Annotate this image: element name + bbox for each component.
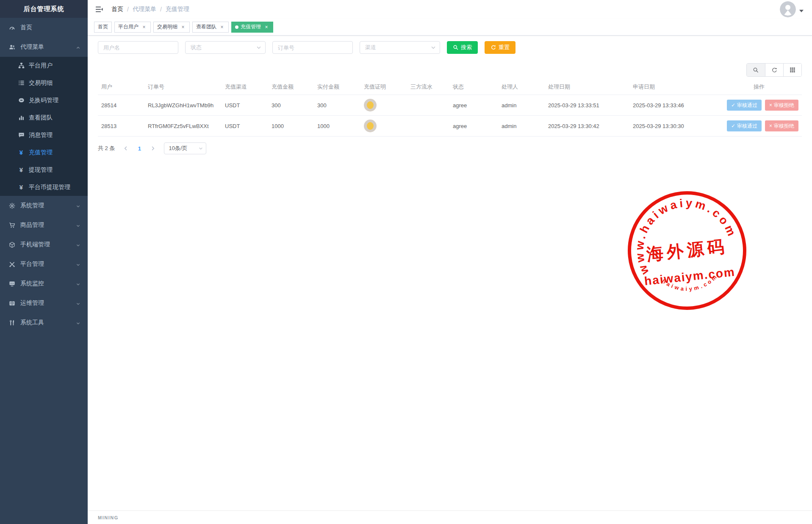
approve-button[interactable]: ✓审核通过 — [727, 100, 762, 111]
yen-icon: ¥ — [18, 149, 25, 156]
coin-image — [367, 122, 374, 130]
tab-view-team[interactable]: 查看团队× — [192, 22, 229, 33]
sidebar-item-platform-mgmt[interactable]: 平台管理 — [0, 254, 88, 274]
approve-button-label: 审核通过 — [737, 102, 757, 109]
table-cell: agree — [449, 116, 498, 137]
sidebar-item-label: 提现管理 — [29, 166, 81, 174]
filter-bar: 状态 渠道 搜索 重置 — [98, 41, 802, 54]
table-cell: RL3JgbWZGhH1wvTMb9h — [144, 95, 222, 116]
tab-recharge-mgmt[interactable]: 充值管理× — [231, 22, 273, 33]
tab-close-icon[interactable]: × — [141, 24, 147, 30]
reject-button[interactable]: ×审核拒绝 — [765, 120, 798, 131]
chevron-down-icon — [76, 301, 81, 306]
next-page-button[interactable] — [147, 142, 159, 154]
username-input[interactable] — [98, 41, 178, 54]
sidebar-item-redeem-code[interactable]: 兑换码管理 — [0, 92, 88, 109]
menu-fold-icon[interactable] — [95, 5, 104, 14]
navbar-right — [780, 1, 804, 17]
cube-icon — [8, 241, 15, 248]
breadcrumb-item[interactable]: 首页 — [111, 6, 123, 13]
search-button[interactable]: 搜索 — [447, 41, 478, 54]
table-cell: 2025-03-29 13:30:30 — [629, 116, 716, 137]
tab-home[interactable]: 首页 — [94, 22, 112, 33]
prev-page-button[interactable] — [120, 142, 132, 154]
tab-close-icon[interactable]: × — [219, 24, 225, 30]
order-number-input[interactable] — [272, 41, 353, 54]
table-cell-triflow — [407, 116, 449, 137]
reset-button[interactable]: 重置 — [485, 41, 515, 54]
reject-button[interactable]: ×审核拒绝 — [765, 100, 798, 111]
tab-close-icon[interactable]: × — [180, 24, 186, 30]
yen-icon: ¥ — [18, 184, 25, 191]
svg-text:海外源码: 海外源码 — [645, 237, 729, 264]
sidebar: 后台管理系统 首页代理菜单平台用户交易明细兑换码管理查看团队消息管理¥充值管理¥… — [0, 0, 88, 524]
sidebar-item-goods-mgmt[interactable]: 商品管理 — [0, 215, 88, 235]
sidebar-item-platform-users[interactable]: 平台用户 — [0, 57, 88, 74]
tab-transaction-detail[interactable]: 交易明细× — [153, 22, 190, 33]
avatar-caret-icon[interactable] — [799, 10, 804, 12]
avatar[interactable] — [780, 1, 796, 17]
edit-tools-icon — [8, 261, 15, 268]
gear-icon — [8, 202, 15, 209]
table-cell: 2025-03-29 13:33:46 — [629, 95, 716, 116]
tab-label: 充值管理 — [241, 23, 261, 31]
status-select[interactable]: 状态 — [185, 41, 266, 54]
sidebar-item-message-mgmt[interactable]: 消息管理 — [0, 126, 88, 144]
sidebar-item-label: 交易明细 — [29, 79, 81, 87]
table-cell: 1000 — [268, 116, 314, 137]
tab-close-icon[interactable]: × — [263, 24, 269, 30]
pagination-total: 共 2 条 — [98, 145, 115, 152]
table-search-toggle-button[interactable] — [747, 64, 765, 76]
search-icon — [753, 67, 759, 73]
column-header: 充值金额 — [268, 80, 314, 95]
app-footer: MINING — [88, 510, 812, 524]
channel-select[interactable]: 渠道 — [360, 41, 440, 54]
table-row: 28514RL3JgbWZGhH1wvTMb9hUSDT300300agreea… — [98, 95, 802, 116]
chevron-down-icon — [76, 320, 81, 325]
sidebar-item-platform-coin-withdraw[interactable]: ¥平台币提现管理 — [0, 178, 88, 196]
table-cell-triflow — [407, 95, 449, 116]
check-icon: ✓ — [731, 102, 735, 108]
sidebar-item-label: 代理菜单 — [20, 43, 76, 51]
sidebar-item-recharge-mgmt[interactable]: ¥充值管理 — [0, 144, 88, 161]
page-number-1[interactable]: 1 — [133, 142, 145, 154]
sidebar-menu: 首页代理菜单平台用户交易明细兑换码管理查看团队消息管理¥充值管理¥提现管理¥平台… — [0, 18, 88, 524]
sidebar-item-transaction-detail[interactable]: 交易明细 — [0, 74, 88, 92]
table-cell: admin — [498, 116, 545, 137]
sidebar-item-system-mgmt[interactable]: 系统管理 — [0, 196, 88, 215]
recharge-proof-thumbnail[interactable] — [364, 120, 377, 132]
chevron-down-icon — [198, 146, 203, 151]
approve-button[interactable]: ✓审核通过 — [727, 120, 762, 131]
table-cell: RTfrGM0FZz5vFLwBXXt — [144, 116, 222, 137]
sidebar-item-ops-mgmt[interactable]: 运维管理 — [0, 293, 88, 313]
sidebar-item-dashboard[interactable]: 首页 — [0, 18, 88, 37]
pagination: 共 2 条 1 10条/页 — [98, 142, 802, 154]
navbar: 首页/代理菜单/充值管理 — [88, 0, 812, 19]
channel-select-placeholder: 渠道 — [365, 44, 430, 51]
recharge-proof-thumbnail[interactable] — [364, 99, 377, 111]
chevron-down-icon — [76, 242, 81, 247]
sidebar-item-agent-menu[interactable]: 代理菜单 — [0, 37, 88, 57]
sidebar-item-label: 消息管理 — [29, 131, 81, 139]
sidebar-item-mobile-mgmt[interactable]: 手机端管理 — [0, 235, 88, 254]
sidebar-item-system-tools[interactable]: 系统工具 — [0, 313, 88, 332]
refresh-icon — [771, 67, 778, 73]
main-area: 首页/代理菜单/充值管理 首页平台用户×交易明细×查看团队×充值管理× 状态 渠… — [88, 0, 812, 524]
table-refresh-button[interactable] — [765, 64, 783, 76]
sidebar-item-label: 平台币提现管理 — [29, 184, 81, 191]
sidebar-item-system-monitor[interactable]: 系统监控 — [0, 274, 88, 293]
table-cell: 300 — [268, 95, 314, 116]
page-size-select[interactable]: 10条/页 — [164, 142, 206, 154]
sidebar-item-withdraw-mgmt[interactable]: ¥提现管理 — [0, 161, 88, 178]
tab-label: 交易明细 — [157, 23, 177, 31]
footer-text: MINING — [98, 515, 119, 520]
table-cell: 28513 — [98, 116, 144, 137]
tab-platform-users[interactable]: 平台用户× — [114, 22, 151, 33]
table-cell: 300 — [314, 95, 360, 116]
table-cell: agree — [449, 95, 498, 116]
tab-label: 首页 — [98, 23, 108, 31]
table-columns-button[interactable] — [783, 64, 801, 76]
sidebar-item-label: 充值管理 — [29, 149, 81, 156]
sidebar-item-label: 系统监控 — [20, 280, 76, 287]
sidebar-item-view-team[interactable]: 查看团队 — [0, 109, 88, 126]
